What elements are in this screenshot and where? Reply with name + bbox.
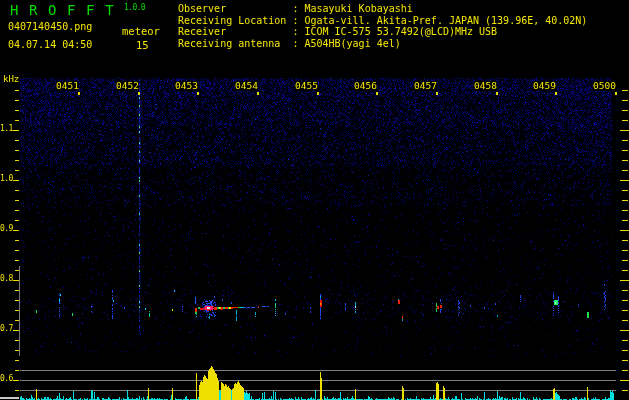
freq-label-0p7: 0.7 bbox=[0, 325, 13, 333]
info-antenna: Receiving antenna : A504HB(yagi 4el) bbox=[178, 39, 401, 49]
info-location: Receiving Location : Ogata-vill. Akita-P… bbox=[178, 16, 587, 26]
info-receiver: Receiver : ICOM IC-575 53.7492(@LCD)MHz … bbox=[178, 27, 497, 37]
mode-label: meteor bbox=[122, 26, 160, 37]
datetime-label: 04.07.14 04:50 bbox=[8, 40, 92, 50]
time-label-0451: 0451 bbox=[56, 81, 79, 91]
app-title: HROFFT bbox=[10, 3, 124, 17]
info-observer: Observer : Masayuki Kobayashi bbox=[178, 4, 413, 14]
freq-label-1p0: 1.0 bbox=[0, 175, 13, 183]
freq-label-0p6: 0.6 bbox=[0, 375, 13, 383]
freq-label-0p9: 0.9 bbox=[0, 225, 13, 233]
time-label-0455: 0455 bbox=[295, 81, 318, 91]
freq-axis-unit: kHz bbox=[3, 75, 19, 84]
time-label-0458: 0458 bbox=[474, 81, 497, 91]
meteor-count: 15 bbox=[136, 40, 149, 51]
time-label-0456: 0456 bbox=[354, 81, 377, 91]
time-label-0459: 0459 bbox=[533, 81, 556, 91]
freq-label-0p8: 0.8 bbox=[0, 275, 13, 283]
filename-label: 0407140450.png bbox=[8, 22, 92, 32]
spectrogram-canvas bbox=[0, 0, 629, 400]
time-label-0453: 0453 bbox=[175, 81, 198, 91]
freq-label-1p1: 1.1 bbox=[0, 125, 13, 133]
time-label-0500: 0500 bbox=[593, 81, 616, 91]
app-version: 1.0.0 bbox=[124, 4, 145, 12]
time-label-0454: 0454 bbox=[235, 81, 258, 91]
time-label-0452: 0452 bbox=[116, 81, 139, 91]
hrofft-screenshot: HROFFT 1.0.0 0407140450.png meteor 04.07… bbox=[0, 0, 629, 400]
time-label-0457: 0457 bbox=[414, 81, 437, 91]
